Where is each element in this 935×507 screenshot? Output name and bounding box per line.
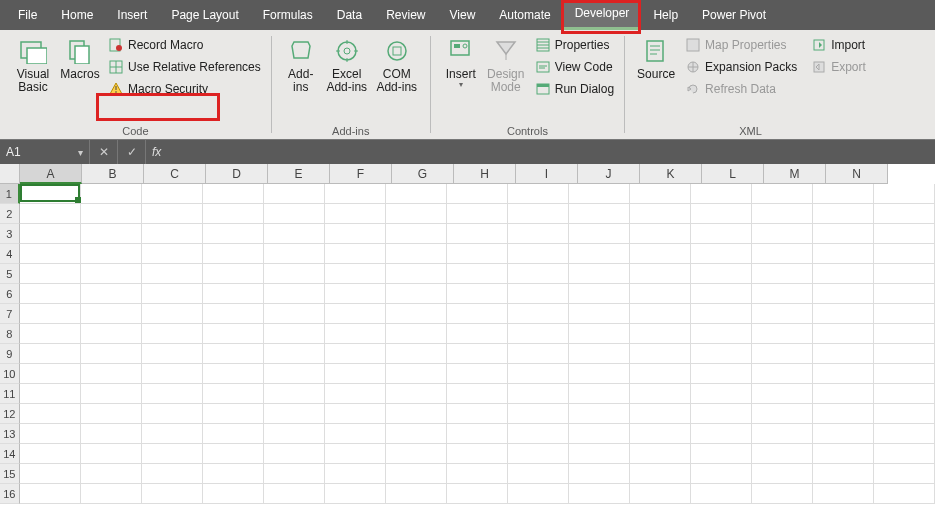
row-header[interactable]: 3 [0, 224, 20, 244]
cell[interactable] [508, 184, 569, 204]
cell[interactable] [203, 204, 264, 224]
cell[interactable] [264, 264, 325, 284]
cell[interactable] [691, 424, 752, 444]
cell[interactable] [386, 464, 447, 484]
cell[interactable] [569, 224, 630, 244]
tab-view[interactable]: View [438, 0, 488, 30]
cell[interactable] [325, 464, 386, 484]
column-header[interactable]: N [826, 164, 888, 184]
cell[interactable] [203, 244, 264, 264]
fx-button[interactable]: fx [146, 140, 167, 164]
cell[interactable] [20, 324, 81, 344]
map-properties-button[interactable]: Map Properties [683, 36, 799, 54]
row-header[interactable]: 6 [0, 284, 20, 304]
cell[interactable] [630, 484, 691, 504]
cell[interactable] [142, 344, 203, 364]
cell[interactable] [813, 364, 874, 384]
cell[interactable] [447, 384, 508, 404]
import-button[interactable]: Import [809, 36, 868, 54]
cell[interactable] [569, 284, 630, 304]
cell[interactable] [203, 264, 264, 284]
cell[interactable] [508, 444, 569, 464]
cell[interactable] [569, 364, 630, 384]
tab-page-layout[interactable]: Page Layout [159, 0, 250, 30]
refresh-data-button[interactable]: Refresh Data [683, 80, 799, 98]
cell[interactable] [630, 424, 691, 444]
cell[interactable] [81, 264, 142, 284]
cell[interactable] [813, 404, 874, 424]
cell[interactable] [264, 364, 325, 384]
cell[interactable] [691, 444, 752, 464]
cell[interactable] [142, 324, 203, 344]
cell[interactable] [630, 404, 691, 424]
cell[interactable] [264, 204, 325, 224]
cell[interactable] [203, 344, 264, 364]
cell[interactable] [508, 264, 569, 284]
cell[interactable] [569, 344, 630, 364]
cell[interactable] [81, 444, 142, 464]
cell[interactable] [20, 384, 81, 404]
cell[interactable] [20, 244, 81, 264]
tab-data[interactable]: Data [325, 0, 374, 30]
column-header[interactable]: I [516, 164, 578, 184]
cell[interactable] [325, 244, 386, 264]
cell[interactable] [325, 484, 386, 504]
cell[interactable] [813, 384, 874, 404]
cell[interactable] [630, 204, 691, 224]
cell[interactable] [81, 384, 142, 404]
row-header[interactable]: 10 [0, 364, 20, 384]
cell[interactable] [325, 184, 386, 204]
cell[interactable] [325, 284, 386, 304]
cell[interactable] [447, 364, 508, 384]
cell[interactable] [813, 484, 874, 504]
cell[interactable] [20, 364, 81, 384]
select-all-corner[interactable] [0, 164, 20, 184]
cell[interactable] [691, 484, 752, 504]
cell[interactable] [447, 204, 508, 224]
cell[interactable] [81, 244, 142, 264]
cell[interactable] [874, 444, 935, 464]
row-header[interactable]: 1 [0, 184, 20, 204]
cell[interactable] [325, 304, 386, 324]
cell[interactable] [752, 364, 813, 384]
cell[interactable] [386, 484, 447, 504]
cell[interactable] [447, 464, 508, 484]
cell[interactable] [691, 184, 752, 204]
tab-power-pivot[interactable]: Power Pivot [690, 0, 778, 30]
cell[interactable] [752, 484, 813, 504]
cell[interactable] [386, 284, 447, 304]
cell[interactable] [386, 244, 447, 264]
cell[interactable] [569, 444, 630, 464]
cell[interactable] [447, 324, 508, 344]
record-macro-button[interactable]: Record Macro [106, 36, 263, 54]
cell[interactable] [874, 264, 935, 284]
cell[interactable] [447, 404, 508, 424]
cell[interactable] [508, 404, 569, 424]
use-relative-references-button[interactable]: Use Relative References [106, 58, 263, 76]
cell[interactable] [142, 484, 203, 504]
cell[interactable] [142, 304, 203, 324]
cell[interactable] [874, 364, 935, 384]
cell[interactable] [874, 224, 935, 244]
column-header[interactable]: C [144, 164, 206, 184]
cell[interactable] [508, 484, 569, 504]
cell[interactable] [508, 244, 569, 264]
cell[interactable] [508, 424, 569, 444]
cell[interactable] [142, 424, 203, 444]
cell[interactable] [813, 344, 874, 364]
design-mode-button[interactable]: Design Mode [483, 34, 529, 94]
cell[interactable] [752, 264, 813, 284]
cell[interactable] [264, 424, 325, 444]
column-header[interactable]: J [578, 164, 640, 184]
cell[interactable] [325, 404, 386, 424]
cell[interactable] [142, 204, 203, 224]
cell[interactable] [874, 384, 935, 404]
cell[interactable] [691, 404, 752, 424]
cell[interactable] [203, 384, 264, 404]
cell[interactable] [813, 284, 874, 304]
cell[interactable] [691, 264, 752, 284]
cell[interactable] [508, 344, 569, 364]
column-header[interactable]: A [20, 164, 82, 184]
cell[interactable] [508, 224, 569, 244]
cell[interactable] [142, 444, 203, 464]
